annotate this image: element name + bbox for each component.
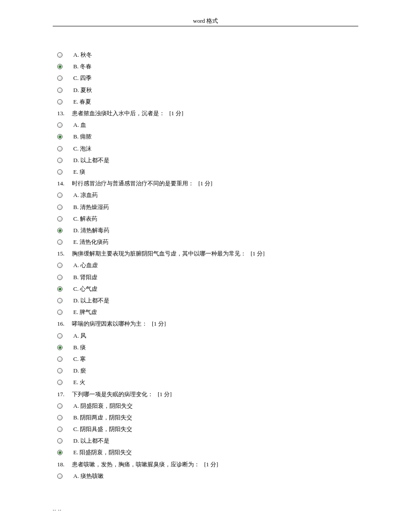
question-stem: 16. 哮喘的病理因素以哪种为主： [1 分] bbox=[53, 318, 358, 330]
question-points: [1 分] bbox=[251, 250, 264, 257]
question-number: 13. bbox=[57, 110, 71, 117]
option-row: A. 心血虚 bbox=[53, 260, 358, 271]
option-body: 血 bbox=[79, 121, 86, 128]
radio-cell bbox=[53, 75, 73, 81]
option-radio[interactable] bbox=[57, 205, 63, 210]
option-label: A. bbox=[73, 402, 79, 409]
option-text: A. 凉血药 bbox=[73, 191, 98, 199]
option-body: 清热化痰药 bbox=[78, 239, 109, 245]
option-radio[interactable] bbox=[57, 263, 63, 268]
option-body: 风 bbox=[79, 332, 86, 339]
radio-cell bbox=[53, 275, 73, 280]
option-radio[interactable] bbox=[57, 415, 63, 420]
option-radio[interactable] bbox=[57, 216, 63, 222]
option-row: E. 清热化痰药 bbox=[53, 236, 358, 248]
option-text: E. 痰 bbox=[73, 168, 85, 176]
option-radio[interactable] bbox=[57, 438, 63, 444]
option-text: C. 泡沫 bbox=[73, 145, 92, 153]
question-stem: 17. 下列哪一项是失眠的病理变化： [1 分] bbox=[53, 388, 358, 400]
radio-cell bbox=[53, 298, 73, 303]
option-radio[interactable] bbox=[57, 450, 63, 455]
option-label: C. bbox=[73, 145, 79, 152]
option-radio[interactable] bbox=[57, 158, 63, 163]
option-text: C. 四季 bbox=[73, 74, 92, 82]
option-body: 清热解毒药 bbox=[79, 227, 109, 234]
question-number: 14. bbox=[57, 180, 71, 187]
option-body: 痰 bbox=[79, 344, 86, 351]
option-radio[interactable] bbox=[57, 286, 63, 292]
content-area: A. 秋冬B. 冬春C. 四季D. 夏秋E. 春夏13. 患者脓血浊痰吐入水中后… bbox=[53, 49, 358, 482]
option-label: A. bbox=[73, 473, 79, 479]
question-stem-text: 胸痹缓解期主要表现为脏腑阴阳气血亏虚，其中以哪一种最为常见： bbox=[71, 250, 251, 257]
option-label: C. bbox=[73, 426, 79, 432]
option-body: 凉血药 bbox=[79, 192, 98, 198]
option-text: C. 心气虚 bbox=[73, 285, 97, 293]
option-radio[interactable] bbox=[57, 134, 63, 139]
option-radio[interactable] bbox=[57, 275, 63, 280]
option-row: E. 脾气虚 bbox=[53, 306, 358, 318]
option-radio[interactable] bbox=[57, 239, 63, 245]
option-text: D. 以上都不是 bbox=[73, 297, 109, 305]
question-stem: 14. 时行感冒治疗与普通感冒治疗不同的是要重用： [1 分] bbox=[53, 178, 358, 189]
question-text: 17. 下列哪一项是失眠的病理变化： [1 分] bbox=[57, 390, 172, 398]
option-label: B. bbox=[73, 344, 79, 351]
option-text: B. 痰 bbox=[73, 343, 86, 352]
option-text: C. 寒 bbox=[73, 355, 86, 363]
radio-cell bbox=[53, 146, 73, 151]
option-body: 清热燥湿药 bbox=[79, 204, 109, 210]
option-label: E. bbox=[73, 168, 78, 175]
option-radio[interactable] bbox=[57, 52, 63, 58]
option-body: 痰 bbox=[78, 168, 85, 175]
option-radio[interactable] bbox=[57, 99, 63, 105]
option-radio[interactable] bbox=[57, 88, 63, 93]
radio-cell bbox=[53, 450, 73, 455]
question-points: [1 分] bbox=[198, 180, 212, 187]
page-footer: .. .. bbox=[53, 506, 62, 512]
option-radio[interactable] bbox=[57, 427, 63, 432]
option-label: C. bbox=[73, 285, 79, 292]
option-radio[interactable] bbox=[57, 193, 63, 198]
option-radio[interactable] bbox=[57, 169, 63, 175]
question-points: [1 分] bbox=[158, 391, 172, 398]
option-row: B. 清热燥湿药 bbox=[53, 201, 358, 213]
radio-cell bbox=[53, 239, 73, 245]
option-row: D. 清热解毒药 bbox=[53, 225, 358, 236]
option-text: B. 阴阳两虚，阴阳失交 bbox=[73, 414, 132, 422]
radio-cell bbox=[53, 52, 73, 58]
question-stem: 15. 胸痹缓解期主要表现为脏腑阴阳气血亏虚，其中以哪一种最为常见： [1 分] bbox=[53, 248, 358, 260]
option-radio[interactable] bbox=[57, 310, 63, 315]
option-text: A. 风 bbox=[73, 332, 86, 340]
option-label: B. bbox=[73, 63, 79, 70]
option-label: A. bbox=[73, 262, 79, 268]
option-body: 阳盛阴衰，阴阳失交 bbox=[78, 449, 132, 456]
option-radio[interactable] bbox=[57, 356, 63, 362]
option-radio[interactable] bbox=[57, 333, 63, 339]
option-radio[interactable] bbox=[57, 122, 63, 128]
question-stem-text: 下列哪一项是失眠的病理变化： bbox=[71, 391, 158, 398]
option-body: 痰热咳嗽 bbox=[79, 473, 104, 479]
option-row: A. 痰热咳嗽 bbox=[53, 470, 358, 482]
option-radio[interactable] bbox=[57, 64, 63, 69]
option-body: 解表药 bbox=[79, 215, 97, 222]
radio-cell bbox=[53, 415, 73, 420]
option-radio[interactable] bbox=[57, 228, 63, 233]
page-header: word 格式 bbox=[0, 17, 411, 25]
option-radio[interactable] bbox=[57, 146, 63, 151]
option-radio[interactable] bbox=[57, 368, 63, 373]
question-text: 18. 患者咳嗽，发热，胸痛，咳嗽腥臭痰，应诊断为： [1 分] bbox=[57, 461, 218, 469]
option-radio[interactable] bbox=[57, 403, 63, 409]
option-row: A. 风 bbox=[53, 330, 358, 342]
option-body: 春夏 bbox=[78, 98, 91, 105]
radio-cell bbox=[53, 473, 73, 479]
option-radio[interactable] bbox=[57, 473, 63, 479]
option-radio[interactable] bbox=[57, 345, 63, 350]
option-label: B. bbox=[73, 133, 79, 140]
option-text: A. 痰热咳嗽 bbox=[73, 472, 104, 480]
radio-cell bbox=[53, 193, 73, 198]
option-text: A. 血 bbox=[73, 121, 86, 129]
question-stem-text: 哮喘的病理因素以哪种为主： bbox=[71, 320, 152, 327]
option-radio[interactable] bbox=[57, 380, 63, 385]
option-radio[interactable] bbox=[57, 75, 63, 81]
option-text: E. 清热化痰药 bbox=[73, 238, 109, 246]
option-radio[interactable] bbox=[57, 298, 63, 303]
